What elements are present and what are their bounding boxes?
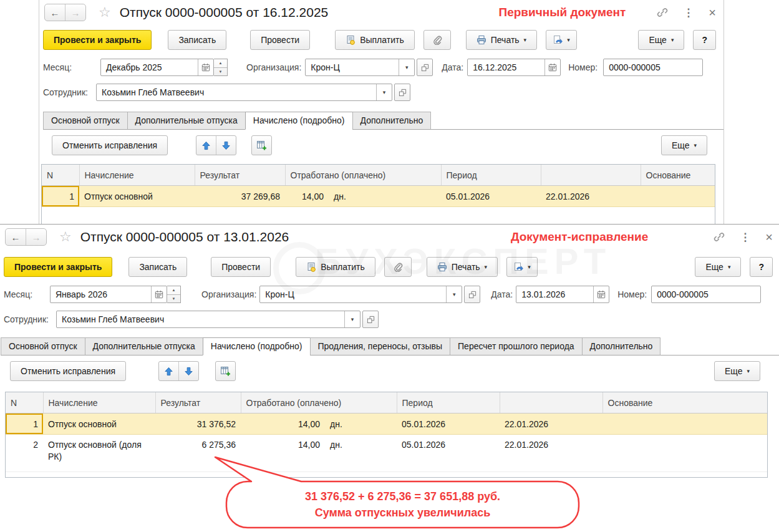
tab-additional-vacations[interactable]: Дополнительные отпуска: [127, 112, 246, 130]
tab-accrued-detail[interactable]: Начислено (подробно): [203, 337, 311, 355]
dropdown-arrow-icon[interactable]: ▾: [344, 311, 360, 327]
organization-field[interactable]: Крон-Ц ▾: [259, 286, 462, 303]
back-button[interactable]: ←: [45, 4, 65, 21]
table-more-button[interactable]: Еще ▾: [661, 135, 707, 155]
cell-n[interactable]: 1: [42, 186, 79, 207]
cell-accrual[interactable]: Отпуск основной: [43, 414, 155, 435]
more-button[interactable]: Еще ▾: [638, 30, 684, 50]
open-organization-button[interactable]: [417, 59, 433, 76]
help-button[interactable]: ?: [693, 30, 716, 50]
print-button[interactable]: Печать ▾: [427, 257, 498, 277]
cell-accrual[interactable]: Отпуск основной: [79, 186, 195, 207]
pay-button[interactable]: Выплатить: [335, 30, 415, 50]
help-button[interactable]: ?: [750, 257, 773, 277]
cell-period-start[interactable]: 05.01.2026: [397, 414, 500, 435]
open-employee-button[interactable]: [394, 84, 410, 101]
add-row-button[interactable]: [215, 361, 236, 381]
date-field[interactable]: 16.12.2025: [467, 59, 561, 76]
kebab-menu-icon[interactable]: ⋮: [683, 6, 694, 19]
move-row-up-button[interactable]: [159, 362, 178, 380]
calendar-icon[interactable]: [544, 59, 560, 75]
close-icon[interactable]: ×: [765, 230, 773, 244]
tab-main-vacation[interactable]: Основной отпуск: [1, 337, 85, 355]
cell-worked[interactable]: 14,00: [285, 186, 329, 207]
col-header-worked[interactable]: Отработано (оплачено): [241, 392, 397, 414]
cell-result[interactable]: 31 376,52: [155, 414, 241, 435]
move-row-down-button[interactable]: [216, 136, 236, 155]
close-icon[interactable]: ×: [709, 6, 716, 20]
col-header-result[interactable]: Результат: [155, 392, 241, 414]
post-button[interactable]: Провести: [250, 30, 310, 50]
move-row-up-button[interactable]: [196, 136, 216, 155]
calendar-icon[interactable]: [151, 286, 167, 302]
tab-additional-vacations[interactable]: Дополнительные отпуска: [85, 337, 203, 355]
table-more-button[interactable]: Еще ▾: [714, 361, 760, 381]
cell-accrual[interactable]: Отпуск основной (доля РК): [43, 435, 155, 472]
employee-field[interactable]: Козьмин Глеб Матвеевич ▾: [96, 84, 392, 101]
cell-basis[interactable]: [641, 186, 715, 207]
month-stepper[interactable]: ▲ ▼: [167, 286, 181, 303]
tab-extensions-transfers[interactable]: Продления, переносы, отзывы: [310, 337, 451, 355]
cell-unit[interactable]: дн.: [329, 186, 441, 207]
col-header-period-start[interactable]: Период: [397, 392, 500, 414]
spin-down-icon[interactable]: ▼: [167, 295, 180, 303]
cell-result[interactable]: 37 269,68: [195, 186, 285, 207]
link-icon[interactable]: [657, 7, 668, 18]
table-row[interactable]: 1 Отпуск основной 37 269,68 14,00 дн. 05…: [42, 186, 715, 207]
month-field[interactable]: Декабрь 2025: [100, 59, 214, 76]
dropdown-arrow-icon[interactable]: ▾: [446, 286, 462, 302]
employee-field[interactable]: Козьмин Глеб Матвеевич ▾: [56, 311, 360, 328]
cell-unit[interactable]: дн.: [325, 414, 397, 435]
cell-basis[interactable]: [602, 414, 767, 435]
cancel-corrections-button[interactable]: Отменить исправления: [10, 361, 126, 381]
organization-field[interactable]: Крон-Ц ▾: [305, 59, 415, 76]
back-button[interactable]: ←: [6, 229, 26, 245]
cancel-corrections-button[interactable]: Отменить исправления: [52, 135, 168, 155]
add-row-button[interactable]: [251, 135, 272, 155]
cell-n[interactable]: 1: [6, 414, 43, 435]
favorite-star-icon[interactable]: ☆: [59, 230, 72, 244]
send-button[interactable]: ▾: [546, 30, 577, 50]
col-header-basis[interactable]: Основание: [602, 392, 767, 414]
pay-button[interactable]: Выплатить: [296, 257, 375, 277]
more-button[interactable]: Еще ▾: [695, 257, 741, 277]
table-row[interactable]: 1 Отпуск основной 31 376,52 14,00 дн. 05…: [6, 414, 767, 435]
spin-down-icon[interactable]: ▼: [214, 68, 227, 76]
forward-button[interactable]: →: [26, 229, 46, 245]
col-header-result[interactable]: Результат: [195, 165, 285, 186]
col-header-n[interactable]: N: [42, 165, 79, 186]
dropdown-arrow-icon[interactable]: ▾: [399, 59, 414, 75]
move-row-down-button[interactable]: [178, 362, 198, 380]
col-header-period-start[interactable]: Период: [441, 165, 541, 186]
col-header-accrual[interactable]: Начисление: [79, 165, 195, 186]
forward-button[interactable]: →: [65, 4, 85, 21]
cell-basis[interactable]: [602, 435, 767, 472]
tab-main-vacation[interactable]: Основной отпуск: [43, 112, 128, 130]
link-icon[interactable]: [714, 231, 725, 243]
cell-worked[interactable]: 14,00: [241, 414, 325, 435]
attachment-button[interactable]: [384, 257, 412, 277]
col-header-worked[interactable]: Отработано (оплачено): [285, 165, 441, 186]
col-header-n[interactable]: N: [6, 392, 43, 414]
calendar-icon[interactable]: [198, 59, 213, 75]
tab-past-period-recalc[interactable]: Пересчет прошлого периода: [450, 337, 583, 355]
cell-period-start[interactable]: 05.01.2026: [441, 186, 541, 207]
col-header-period-end[interactable]: [500, 392, 602, 414]
spin-up-icon[interactable]: ▲: [167, 286, 180, 295]
post-and-close-button[interactable]: Провести и закрыть: [4, 257, 112, 277]
col-header-accrual[interactable]: Начисление: [43, 392, 155, 414]
number-field[interactable]: 0000-000005: [603, 59, 703, 76]
month-field[interactable]: Январь 2026: [50, 286, 167, 303]
dropdown-arrow-icon[interactable]: ▾: [376, 84, 392, 100]
write-button[interactable]: Записать: [168, 30, 226, 50]
kebab-menu-icon[interactable]: ⋮: [740, 231, 750, 244]
post-and-close-button[interactable]: Провести и закрыть: [43, 30, 152, 50]
favorite-star-icon[interactable]: ☆: [99, 6, 111, 19]
month-stepper[interactable]: ▲ ▼: [214, 59, 228, 76]
open-employee-button[interactable]: [362, 311, 379, 328]
col-header-basis[interactable]: Основание: [641, 165, 715, 186]
cell-period-end[interactable]: 22.01.2026: [500, 414, 602, 435]
post-button[interactable]: Провести: [211, 257, 271, 277]
print-button[interactable]: Печать ▾: [466, 30, 537, 50]
spin-up-icon[interactable]: ▲: [214, 59, 227, 68]
